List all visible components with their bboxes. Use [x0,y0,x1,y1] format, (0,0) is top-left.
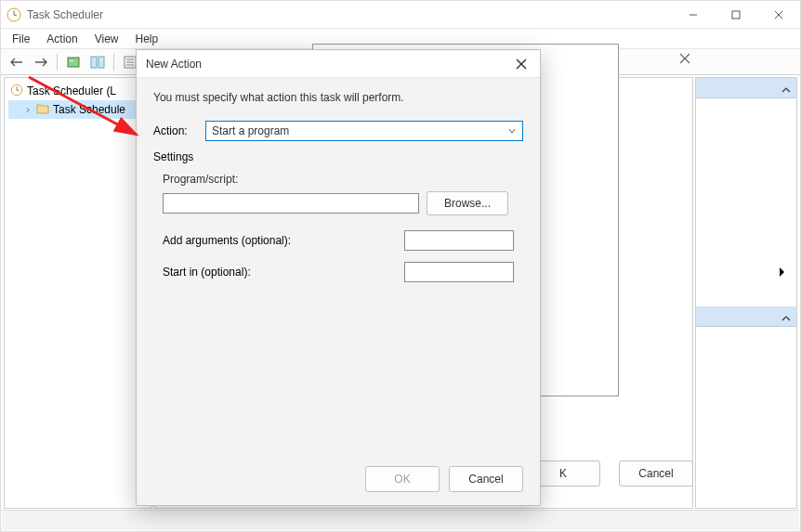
ok-button[interactable]: OK [365,466,440,492]
chevron-right-icon[interactable]: › [23,103,33,116]
tree-child[interactable]: › Task Schedule [8,100,148,119]
back-button[interactable] [7,52,27,72]
menu-view[interactable]: View [87,31,126,47]
dialog-title: New Action [146,58,202,71]
program-label: Program/script: [163,173,514,186]
dialog-titlebar: New Action [137,50,540,78]
tree-root[interactable]: Task Scheduler (L [8,82,148,100]
chevron-down-icon [507,125,517,138]
svg-rect-8 [70,60,73,61]
svg-rect-7 [68,58,79,67]
menu-file[interactable]: File [5,31,37,47]
browse-button[interactable]: Browse... [427,191,508,215]
folder-icon [36,103,49,117]
expand-icon[interactable] [778,266,785,280]
cancel-button[interactable]: Cancel [449,466,523,492]
minimize-button[interactable] [672,1,715,29]
dialog-close-button[interactable] [508,54,534,74]
window-title: Task Scheduler [27,8,103,21]
dialog-body: You must specify what action this task w… [137,78,540,306]
svg-rect-9 [91,57,97,68]
forward-button[interactable] [31,52,51,72]
status-bar [2,510,799,530]
chevron-up-icon [781,84,791,97]
chevron-up-icon [781,312,791,325]
svg-rect-10 [98,57,104,68]
toolbar-item-2[interactable] [87,52,108,72]
actions-header-1[interactable] [696,78,796,98]
dialog-instruction: You must specify what action this task w… [153,91,523,104]
titlebar: Task Scheduler [1,1,800,29]
clock-icon [10,84,23,99]
action-label: Action: [153,124,205,137]
app-icon [7,7,21,22]
program-input[interactable] [163,193,419,214]
tree-root-label: Task Scheduler (L [27,84,116,97]
startin-input[interactable] [404,262,514,282]
menu-action[interactable]: Action [39,31,85,47]
tree-child-label: Task Schedule [53,103,125,116]
actions-header-2[interactable] [696,306,796,327]
svg-rect-4 [732,11,740,19]
arguments-label: Add arguments (optional): [163,234,291,247]
maximize-button[interactable] [715,1,757,29]
action-select[interactable]: Start a program [205,121,523,141]
new-action-dialog: New Action You must specify what action … [136,49,541,506]
back-cancel-button[interactable]: Cancel [619,461,693,487]
toolbar-item-1[interactable] [63,52,84,72]
right-pane [695,77,797,509]
settings-label: Settings [153,150,523,163]
window-controls [672,1,800,29]
toolbar-separator [57,54,58,71]
arguments-input[interactable] [404,230,514,251]
task-scheduler-window: Task Scheduler File Action View Help Tas… [0,0,801,532]
menu-help[interactable]: Help [128,31,166,47]
dialog-buttons: OK Cancel [365,466,523,492]
back-dialog-buttons: K Cancel [526,461,693,487]
close-button[interactable] [757,1,800,29]
startin-label: Start in (optional): [163,266,251,279]
back-dialog-close-button[interactable] [679,53,690,67]
action-select-value: Start a program [212,124,289,137]
toolbar-separator [113,54,114,71]
tree-pane[interactable]: Task Scheduler (L › Task Schedule [4,77,152,509]
